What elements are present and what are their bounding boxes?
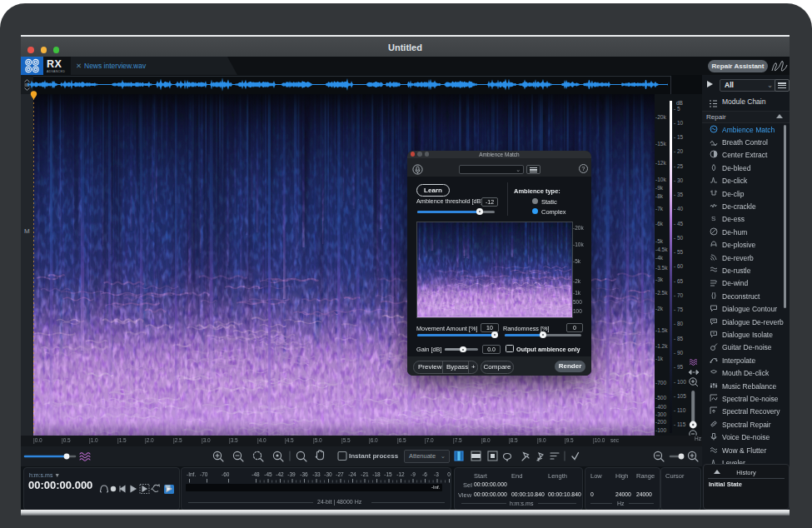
svg-text:S: S (711, 215, 715, 222)
